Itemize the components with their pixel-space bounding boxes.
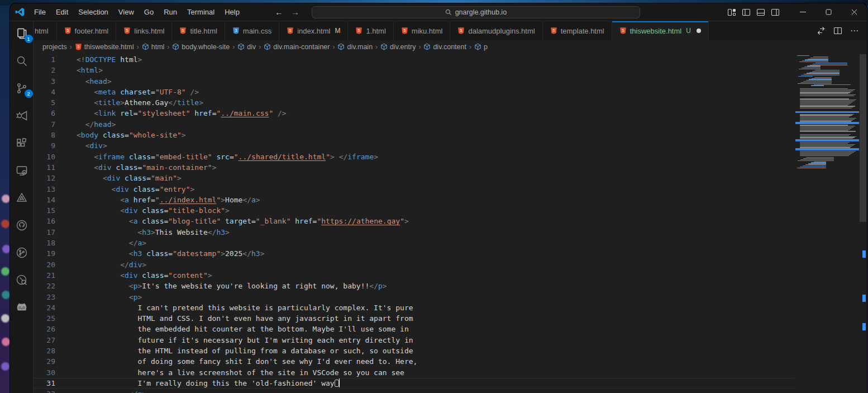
menu-help[interactable]: Help	[220, 4, 245, 21]
code-line-24[interactable]: 24I can't pretend this website is partic…	[34, 302, 794, 313]
menu-edit[interactable]: Edit	[51, 4, 73, 21]
code-line-18[interactable]: 18</a>	[34, 238, 794, 248]
tab-links.html[interactable]: 5links.html	[116, 21, 172, 40]
code-line-13[interactable]: 13<div class="entry">	[34, 184, 794, 195]
vscode-logo-icon[interactable]	[10, 7, 29, 17]
menu-selection[interactable]: Selection	[73, 4, 113, 21]
breadcrumb-item-div[interactable]: div	[237, 43, 256, 51]
code-line-22[interactable]: 22<p>It's the website you're looking at …	[34, 281, 794, 291]
tab-title.html[interactable]: 5title.html	[172, 21, 225, 40]
unsaved-dot-icon[interactable]	[697, 29, 701, 33]
maximize-button[interactable]	[815, 3, 841, 21]
code-line-14[interactable]: 14<a href="../index.html">Home</a>	[34, 195, 794, 205]
tab-miku.html[interactable]: 5miku.html	[394, 21, 451, 40]
line-content: </div>	[55, 259, 146, 270]
breadcrumb-item-div.content[interactable]: div.content	[423, 43, 466, 51]
menu-view[interactable]: View	[113, 4, 139, 21]
code-line-23[interactable]: 23<p>	[34, 292, 794, 302]
split-editor-icon[interactable]	[833, 26, 842, 35]
tab-template.html[interactable]: 5template.html	[543, 21, 612, 40]
open-changes-icon[interactable]	[817, 26, 826, 35]
menu-run[interactable]: Run	[159, 4, 182, 21]
breadcrumb-label: thiswebsite.html	[84, 43, 134, 51]
code-line-31[interactable]: 31I'm really doing this the 'old-fashion…	[34, 378, 794, 389]
tab-thiswebsite.html[interactable]: 5thiswebsite.htmlU	[612, 21, 709, 40]
tab-main.css[interactable]: 3main.css	[225, 21, 279, 40]
search-icon[interactable]	[13, 54, 31, 68]
extensions-icon[interactable]	[13, 136, 31, 150]
code-line-3[interactable]: 3<head>	[34, 76, 794, 87]
breadcrumb-item-thiswebsite.html[interactable]: 5thiswebsite.html	[75, 43, 134, 51]
nav-forward-icon[interactable]: →	[291, 7, 299, 17]
code-line-11[interactable]: 11<div class="main-container">	[34, 162, 794, 173]
tab-html[interactable]: html	[34, 21, 57, 40]
source-control-icon[interactable]: 2	[13, 82, 31, 95]
minimize-button[interactable]	[790, 3, 815, 21]
code-line-32[interactable]: 32</p>	[34, 389, 794, 393]
line-number: 17	[34, 227, 55, 238]
code-line-20[interactable]: 20</div>	[34, 259, 794, 270]
nav-back-icon[interactable]: ←	[275, 7, 283, 17]
tab-dalamudplugins.html[interactable]: 5dalamudplugins.html	[450, 21, 542, 40]
code-line-9[interactable]: 9<div>	[34, 140, 794, 151]
code-line-17[interactable]: 17<h3>This Website</h3>	[34, 227, 794, 238]
code-line-8[interactable]: 8<body class="whole-site">	[34, 130, 794, 140]
code-line-6[interactable]: 6<link rel="stylesheet" href="../main.cs…	[34, 108, 794, 119]
breadcrumb-item-div.entry[interactable]: div.entry	[380, 43, 416, 51]
command-center-search[interactable]: gnargle.github.io	[312, 6, 640, 18]
code-line-25[interactable]: 25HTML and CSS. I don't even have any ja…	[34, 313, 794, 324]
tab-label: thiswebsite.html	[630, 27, 681, 35]
tab-footer.html[interactable]: 5footer.html	[57, 21, 117, 40]
tab-1.html[interactable]: 51.html	[348, 21, 393, 40]
toggle-sidebar-left-icon[interactable]	[742, 8, 751, 17]
toggle-sidebar-right-icon[interactable]	[771, 8, 780, 17]
chevron-right-icon: ›	[167, 43, 169, 51]
code-line-28[interactable]: 28the HTML instead of pulling from a dat…	[34, 345, 794, 356]
menu-go[interactable]: Go	[139, 4, 159, 21]
code-line-7[interactable]: 7</head>	[34, 119, 794, 130]
close-button[interactable]	[841, 3, 867, 21]
breadcrumb-item-p[interactable]: p	[474, 43, 488, 51]
minimap[interactable]	[795, 55, 859, 169]
code-line-5[interactable]: 5<title>Athene.Gay</title>	[34, 97, 794, 108]
breadcrumb-item-div.main[interactable]: div.main	[337, 43, 373, 51]
code-line-27[interactable]: 27future if it's necessary but I'm writi…	[34, 335, 794, 345]
godot-tools-icon[interactable]	[13, 301, 31, 314]
code-line-10[interactable]: 10<iframe class="embed-title" src="../sh…	[34, 151, 794, 162]
gitlens-search-icon[interactable]	[13, 273, 31, 287]
git-graph-icon[interactable]	[13, 246, 31, 259]
customize-layout-icon[interactable]	[727, 8, 736, 17]
line-number: 8	[34, 130, 55, 140]
breadcrumb-item-body.whole-site[interactable]: body.whole-site	[172, 43, 230, 51]
symbol-cube-icon	[237, 43, 245, 50]
tab-index.html[interactable]: 5index.htmlM	[279, 21, 348, 40]
github-icon[interactable]	[13, 219, 31, 232]
breadcrumb-item-div.main-container[interactable]: div.main-container	[264, 43, 330, 51]
menu-terminal[interactable]: Terminal	[182, 4, 220, 21]
code-line-30[interactable]: 30here's a live screenshot of the site i…	[34, 367, 794, 378]
run-and-debug-icon[interactable]	[13, 109, 31, 122]
code-editor[interactable]: 1<!DOCTYPE html>2<html>3<head>4<meta cha…	[34, 53, 867, 393]
code-line-2[interactable]: 2<html>	[34, 65, 794, 75]
code-line-29[interactable]: 29of doing some fancy shit I don't see w…	[34, 356, 794, 367]
more-actions-icon[interactable]: ⋯	[850, 26, 859, 36]
code-line-1[interactable]: 1<!DOCTYPE html>	[34, 54, 794, 65]
code-line-19[interactable]: 19<h3 class="datestamp">2025</h3>	[34, 248, 794, 259]
remote-explorer-icon[interactable]	[13, 164, 31, 177]
vertical-scrollbar[interactable]	[859, 53, 867, 393]
code-line-16[interactable]: 16<a class="blog-title" target="_blank" …	[34, 216, 794, 226]
toggle-panel-icon[interactable]	[756, 8, 765, 17]
explorer-icon[interactable]: 1	[13, 27, 31, 40]
triangle-a-extension-icon[interactable]	[13, 191, 31, 205]
code-line-26[interactable]: 26the embedded hit counter at the bottom…	[34, 324, 794, 334]
code-line-12[interactable]: 12<div class="main">	[34, 173, 794, 183]
code-line-4[interactable]: 4<meta charset="UTF-8" />	[34, 87, 794, 97]
line-content: <h3>This Website</h3>	[55, 227, 230, 238]
breadcrumb-item-projects[interactable]: projects	[42, 43, 67, 51]
scrollbar-slider[interactable]	[860, 54, 866, 222]
chevron-right-icon: ›	[375, 43, 378, 51]
menu-file[interactable]: File	[29, 4, 51, 21]
code-line-21[interactable]: 21<div class="content">	[34, 270, 794, 281]
code-line-15[interactable]: 15<div class="title-block">	[34, 205, 794, 216]
breadcrumb-item-html[interactable]: html	[142, 43, 165, 51]
